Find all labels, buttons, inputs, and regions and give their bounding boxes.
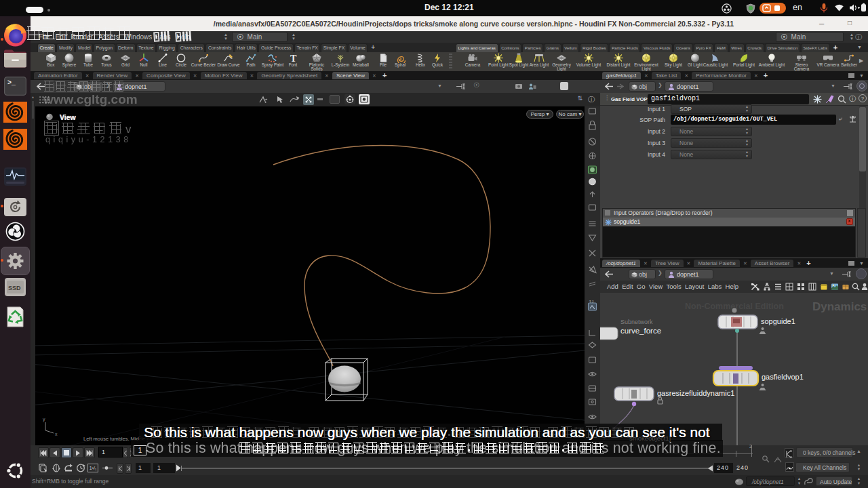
svg-text:y: y xyxy=(43,417,45,422)
svg-text:x: x xyxy=(55,432,58,436)
svg-text:SSD: SSD xyxy=(8,285,21,291)
svg-text:>_: >_ xyxy=(7,79,16,87)
